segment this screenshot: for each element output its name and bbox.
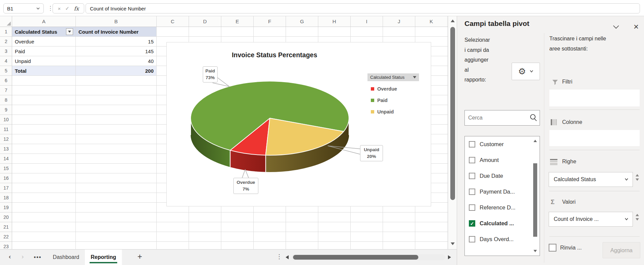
legend-item-unpaid[interactable]: Unpaid: [371, 108, 425, 115]
scroll-right-icon[interactable]: [448, 255, 451, 259]
column-header-D[interactable]: D: [189, 16, 221, 27]
search-field[interactable]: [464, 110, 540, 126]
row-header-22[interactable]: 22: [0, 232, 12, 242]
vertical-scroll-thumb[interactable]: [450, 27, 455, 200]
add-sheet-button[interactable]: +: [137, 252, 142, 261]
pane-collapse-chevron-icon[interactable]: [613, 25, 619, 29]
row-header-14[interactable]: 14: [0, 154, 12, 164]
row-header-13[interactable]: 13: [0, 144, 12, 154]
search-input[interactable]: [468, 115, 528, 121]
horizontal-scroll-thumb[interactable]: [293, 255, 418, 260]
row-header-9[interactable]: 9: [0, 105, 12, 115]
column-header-F[interactable]: F: [254, 16, 286, 27]
columns-drop-area[interactable]: [549, 130, 640, 146]
row-header-16[interactable]: 16: [0, 173, 12, 183]
column-header-E[interactable]: E: [221, 16, 254, 27]
column-header-B[interactable]: B: [76, 16, 157, 27]
column-header-K[interactable]: K: [415, 16, 448, 27]
row-header-23[interactable]: 23: [0, 242, 12, 249]
data-label-paid[interactable]: Paid 73%: [203, 66, 218, 82]
pivot-total-label[interactable]: Total: [12, 66, 76, 76]
field-item-calculated[interactable]: ✓Calculated ...: [465, 216, 540, 231]
values-chip-spinner[interactable]: [636, 214, 639, 221]
pivot-header-value-label[interactable]: Count of Invoice Number: [76, 27, 157, 37]
pivot-cell-count[interactable]: 145: [76, 46, 157, 56]
field-item-paymentda[interactable]: Payment Da...: [465, 184, 540, 200]
field-checkbox[interactable]: [469, 236, 475, 242]
row-header-12[interactable]: 12: [0, 134, 12, 144]
column-header-A[interactable]: A: [12, 16, 76, 27]
row-header-19[interactable]: 19: [0, 203, 12, 212]
field-item-daysoverd[interactable]: Days Overd...: [465, 231, 540, 247]
spinner-up-icon[interactable]: [636, 214, 639, 216]
spinner-down-icon[interactable]: [636, 218, 639, 221]
field-item-referenced[interactable]: Reference D...: [465, 200, 540, 216]
data-label-unpaid[interactable]: Unpaid 20%: [360, 145, 383, 161]
field-item-customer[interactable]: Customer: [465, 136, 540, 152]
row-header-7[interactable]: 7: [0, 86, 12, 95]
field-checkbox[interactable]: [469, 189, 475, 195]
list-scroll-thumb[interactable]: [533, 163, 537, 237]
row-header-15[interactable]: 15: [0, 164, 12, 173]
row-header-6[interactable]: 6: [0, 76, 12, 86]
column-header-G[interactable]: G: [286, 16, 318, 27]
legend-item-overdue[interactable]: Overdue: [371, 85, 425, 93]
scroll-down-icon[interactable]: [451, 242, 455, 245]
spinner-up-icon[interactable]: [636, 174, 639, 176]
update-button[interactable]: Aggiorna: [603, 242, 640, 258]
pivot-cell-status[interactable]: Unpaid: [12, 56, 76, 66]
tools-button[interactable]: ⚙: [512, 63, 540, 80]
enter-icon[interactable]: ✓: [65, 5, 70, 11]
pivot-cell-status[interactable]: Overdue: [12, 37, 76, 46]
row-header-20[interactable]: 20: [0, 212, 12, 222]
list-scroll-up-icon[interactable]: [534, 140, 537, 142]
data-label-overdue[interactable]: Overdue 7%: [233, 178, 258, 194]
column-header-C[interactable]: C: [157, 16, 189, 27]
pivot-cell-count[interactable]: 15: [76, 37, 157, 46]
select-all-corner[interactable]: [0, 16, 12, 27]
field-checkbox[interactable]: [469, 204, 475, 211]
pivot-header-row-label[interactable]: Calculated Status: [12, 27, 76, 37]
cancel-icon[interactable]: ×: [58, 6, 61, 11]
scroll-left-icon[interactable]: [286, 255, 289, 259]
field-checkbox[interactable]: [469, 157, 475, 163]
pane-close-icon[interactable]: ×: [634, 22, 639, 32]
sheet-tab-reporting[interactable]: Reporting: [85, 250, 122, 265]
pivot-total-value[interactable]: 200: [76, 66, 157, 76]
row-header-21[interactable]: 21: [0, 222, 12, 232]
field-item-duedate[interactable]: Due Date: [465, 168, 540, 184]
column-header-H[interactable]: H: [318, 16, 351, 27]
row-header-2[interactable]: 2: [0, 37, 12, 46]
field-checkbox[interactable]: ✓: [469, 220, 475, 227]
rows-chip-spinner[interactable]: [636, 174, 639, 181]
all-sheets-icon[interactable]: ●●●: [34, 255, 41, 259]
row-header-4[interactable]: 4: [0, 56, 12, 66]
legend-field-button[interactable]: Calculated Status: [367, 73, 419, 81]
prev-sheet-icon[interactable]: ‹: [9, 253, 11, 260]
legend-item-paid[interactable]: Paid: [371, 97, 425, 104]
column-header-J[interactable]: J: [383, 16, 415, 27]
row-header-10[interactable]: 10: [0, 115, 12, 125]
defer-layout-checkbox[interactable]: [549, 244, 556, 252]
field-checkbox[interactable]: [469, 173, 475, 179]
row-header-1[interactable]: 1: [0, 27, 12, 37]
name-box-chevron-icon[interactable]: [36, 7, 40, 10]
filters-drop-area[interactable]: [549, 90, 640, 106]
column-header-I[interactable]: I: [351, 16, 383, 27]
pivot-cell-status[interactable]: Paid: [12, 46, 76, 56]
rows-field-chip[interactable]: Calculated Status: [549, 172, 633, 187]
list-scroll-down-icon[interactable]: [534, 250, 537, 252]
scroll-up-icon[interactable]: [451, 20, 455, 22]
row-header-8[interactable]: 8: [0, 95, 12, 105]
field-item-amount[interactable]: Amount: [465, 152, 540, 168]
row-header-17[interactable]: 17: [0, 183, 12, 193]
sheet-tab-dashboard[interactable]: Dashboard: [48, 250, 84, 265]
values-field-chip[interactable]: Count of Invoice ...: [549, 212, 633, 227]
name-box[interactable]: B1: [3, 3, 44, 13]
row-header-11[interactable]: 11: [0, 125, 12, 134]
spinner-down-icon[interactable]: [636, 178, 639, 181]
next-sheet-icon[interactable]: ›: [22, 253, 24, 260]
vertical-scrollbar[interactable]: [448, 16, 457, 249]
field-checkbox[interactable]: [469, 141, 475, 147]
insert-function-icon[interactable]: fx: [74, 5, 79, 12]
